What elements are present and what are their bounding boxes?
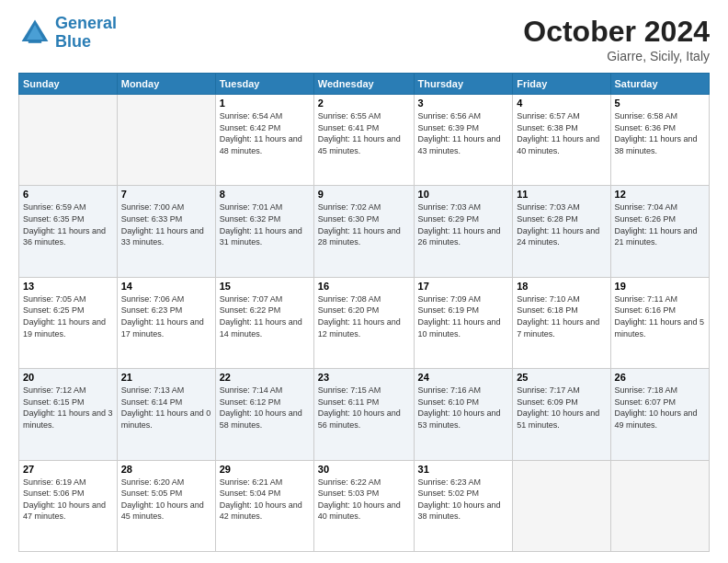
day-info: Sunrise: 7:00 AMSunset: 6:33 PMDaylight:… bbox=[121, 201, 211, 247]
day-info: Sunrise: 7:11 AMSunset: 6:16 PMDaylight:… bbox=[615, 293, 705, 339]
day-info: Sunrise: 6:20 AMSunset: 5:05 PMDaylight:… bbox=[121, 477, 211, 523]
calendar-day-cell: 26Sunrise: 7:18 AMSunset: 6:07 PMDayligh… bbox=[610, 369, 709, 460]
title-block: October 2024 Giarre, Sicily, Italy bbox=[523, 15, 710, 63]
logo-text: General Blue bbox=[55, 15, 117, 52]
day-number: 8 bbox=[220, 189, 310, 200]
calendar-day-header: Sunday bbox=[19, 74, 118, 95]
month-title: October 2024 bbox=[523, 15, 710, 49]
day-number: 20 bbox=[23, 372, 113, 383]
calendar-day-header: Monday bbox=[117, 74, 215, 95]
calendar-day-cell bbox=[117, 95, 215, 186]
day-number: 25 bbox=[517, 372, 606, 383]
calendar-day-cell: 7Sunrise: 7:00 AMSunset: 6:33 PMDaylight… bbox=[117, 186, 215, 277]
day-info: Sunrise: 6:59 AMSunset: 6:35 PMDaylight:… bbox=[23, 201, 113, 247]
calendar-day-cell: 30Sunrise: 6:22 AMSunset: 5:03 PMDayligh… bbox=[313, 460, 414, 551]
day-number: 2 bbox=[318, 98, 410, 109]
day-number: 26 bbox=[615, 372, 705, 383]
day-info: Sunrise: 6:55 AMSunset: 6:41 PMDaylight:… bbox=[318, 110, 410, 156]
day-info: Sunrise: 7:03 AMSunset: 6:28 PMDaylight:… bbox=[517, 201, 606, 247]
page: General Blue October 2024 Giarre, Sicily… bbox=[0, 0, 728, 563]
location-title: Giarre, Sicily, Italy bbox=[523, 49, 710, 63]
calendar-day-cell: 4Sunrise: 6:57 AMSunset: 6:38 PMDaylight… bbox=[513, 95, 610, 186]
day-number: 22 bbox=[220, 372, 310, 383]
header: General Blue October 2024 Giarre, Sicily… bbox=[18, 15, 710, 63]
day-info: Sunrise: 6:19 AMSunset: 5:06 PMDaylight:… bbox=[23, 477, 113, 523]
day-info: Sunrise: 7:07 AMSunset: 6:22 PMDaylight:… bbox=[220, 293, 310, 339]
day-info: Sunrise: 7:16 AMSunset: 6:10 PMDaylight:… bbox=[418, 385, 509, 431]
calendar-day-cell: 17Sunrise: 7:09 AMSunset: 6:19 PMDayligh… bbox=[414, 277, 513, 368]
day-number: 15 bbox=[220, 281, 310, 292]
day-info: Sunrise: 7:14 AMSunset: 6:12 PMDaylight:… bbox=[220, 385, 310, 431]
day-number: 28 bbox=[121, 464, 211, 475]
calendar-week-row: 6Sunrise: 6:59 AMSunset: 6:35 PMDaylight… bbox=[19, 186, 710, 277]
day-number: 1 bbox=[220, 98, 310, 109]
calendar-day-cell: 5Sunrise: 6:58 AMSunset: 6:36 PMDaylight… bbox=[610, 95, 709, 186]
calendar-day-cell: 8Sunrise: 7:01 AMSunset: 6:32 PMDaylight… bbox=[215, 186, 313, 277]
calendar-day-cell: 24Sunrise: 7:16 AMSunset: 6:10 PMDayligh… bbox=[414, 369, 513, 460]
day-info: Sunrise: 7:12 AMSunset: 6:15 PMDaylight:… bbox=[23, 385, 113, 431]
day-number: 11 bbox=[517, 189, 606, 200]
day-info: Sunrise: 7:17 AMSunset: 6:09 PMDaylight:… bbox=[517, 385, 606, 431]
day-info: Sunrise: 7:15 AMSunset: 6:11 PMDaylight:… bbox=[318, 385, 410, 431]
calendar-day-cell bbox=[19, 95, 118, 186]
logo: General Blue bbox=[18, 15, 117, 52]
day-info: Sunrise: 6:56 AMSunset: 6:39 PMDaylight:… bbox=[418, 110, 509, 156]
day-number: 4 bbox=[517, 98, 606, 109]
day-info: Sunrise: 7:04 AMSunset: 6:26 PMDaylight:… bbox=[615, 201, 705, 247]
calendar-day-cell: 10Sunrise: 7:03 AMSunset: 6:29 PMDayligh… bbox=[414, 186, 513, 277]
calendar-week-row: 1Sunrise: 6:54 AMSunset: 6:42 PMDaylight… bbox=[19, 95, 710, 186]
calendar-day-cell: 2Sunrise: 6:55 AMSunset: 6:41 PMDaylight… bbox=[313, 95, 414, 186]
calendar-header-row: SundayMondayTuesdayWednesdayThursdayFrid… bbox=[19, 74, 710, 95]
calendar-day-cell: 6Sunrise: 6:59 AMSunset: 6:35 PMDaylight… bbox=[19, 186, 118, 277]
day-number: 16 bbox=[318, 281, 410, 292]
calendar-week-row: 27Sunrise: 6:19 AMSunset: 5:06 PMDayligh… bbox=[19, 460, 710, 551]
day-info: Sunrise: 6:21 AMSunset: 5:04 PMDaylight:… bbox=[220, 477, 310, 523]
day-number: 5 bbox=[615, 98, 705, 109]
day-number: 7 bbox=[121, 189, 211, 200]
day-info: Sunrise: 6:23 AMSunset: 5:02 PMDaylight:… bbox=[418, 477, 509, 523]
day-info: Sunrise: 6:22 AMSunset: 5:03 PMDaylight:… bbox=[318, 477, 410, 523]
calendar-day-cell: 21Sunrise: 7:13 AMSunset: 6:14 PMDayligh… bbox=[117, 369, 215, 460]
calendar-day-header: Tuesday bbox=[215, 74, 313, 95]
calendar-day-header: Friday bbox=[513, 74, 610, 95]
calendar-day-cell: 16Sunrise: 7:08 AMSunset: 6:20 PMDayligh… bbox=[313, 277, 414, 368]
day-number: 10 bbox=[418, 189, 509, 200]
day-info: Sunrise: 7:01 AMSunset: 6:32 PMDaylight:… bbox=[220, 201, 310, 247]
calendar-day-cell bbox=[610, 460, 709, 551]
calendar-day-cell: 20Sunrise: 7:12 AMSunset: 6:15 PMDayligh… bbox=[19, 369, 118, 460]
day-number: 29 bbox=[220, 464, 310, 475]
calendar-day-header: Thursday bbox=[414, 74, 513, 95]
day-info: Sunrise: 6:58 AMSunset: 6:36 PMDaylight:… bbox=[615, 110, 705, 156]
day-number: 24 bbox=[418, 372, 509, 383]
calendar-day-cell: 23Sunrise: 7:15 AMSunset: 6:11 PMDayligh… bbox=[313, 369, 414, 460]
calendar-day-header: Saturday bbox=[610, 74, 709, 95]
day-number: 21 bbox=[121, 372, 211, 383]
calendar-day-cell: 18Sunrise: 7:10 AMSunset: 6:18 PMDayligh… bbox=[513, 277, 610, 368]
day-number: 18 bbox=[517, 281, 606, 292]
day-number: 14 bbox=[121, 281, 211, 292]
calendar-week-row: 20Sunrise: 7:12 AMSunset: 6:15 PMDayligh… bbox=[19, 369, 710, 460]
calendar-day-cell: 3Sunrise: 6:56 AMSunset: 6:39 PMDaylight… bbox=[414, 95, 513, 186]
calendar-day-cell: 25Sunrise: 7:17 AMSunset: 6:09 PMDayligh… bbox=[513, 369, 610, 460]
day-info: Sunrise: 6:57 AMSunset: 6:38 PMDaylight:… bbox=[517, 110, 606, 156]
logo-line1: General bbox=[55, 14, 117, 32]
day-number: 23 bbox=[318, 372, 410, 383]
day-number: 17 bbox=[418, 281, 509, 292]
calendar-day-cell: 22Sunrise: 7:14 AMSunset: 6:12 PMDayligh… bbox=[215, 369, 313, 460]
calendar-day-cell: 9Sunrise: 7:02 AMSunset: 6:30 PMDaylight… bbox=[313, 186, 414, 277]
day-info: Sunrise: 7:05 AMSunset: 6:25 PMDaylight:… bbox=[23, 293, 113, 339]
day-info: Sunrise: 7:06 AMSunset: 6:23 PMDaylight:… bbox=[121, 293, 211, 339]
calendar-day-cell: 19Sunrise: 7:11 AMSunset: 6:16 PMDayligh… bbox=[610, 277, 709, 368]
logo-icon bbox=[18, 17, 51, 50]
calendar-day-cell: 12Sunrise: 7:04 AMSunset: 6:26 PMDayligh… bbox=[610, 186, 709, 277]
day-number: 27 bbox=[23, 464, 113, 475]
day-info: Sunrise: 7:08 AMSunset: 6:20 PMDaylight:… bbox=[318, 293, 410, 339]
calendar-day-cell: 29Sunrise: 6:21 AMSunset: 5:04 PMDayligh… bbox=[215, 460, 313, 551]
day-info: Sunrise: 7:02 AMSunset: 6:30 PMDaylight:… bbox=[318, 201, 410, 247]
calendar-table: SundayMondayTuesdayWednesdayThursdayFrid… bbox=[18, 73, 710, 552]
day-info: Sunrise: 7:09 AMSunset: 6:19 PMDaylight:… bbox=[418, 293, 509, 339]
day-info: Sunrise: 7:18 AMSunset: 6:07 PMDaylight:… bbox=[615, 385, 705, 431]
calendar-day-cell: 15Sunrise: 7:07 AMSunset: 6:22 PMDayligh… bbox=[215, 277, 313, 368]
day-info: Sunrise: 7:10 AMSunset: 6:18 PMDaylight:… bbox=[517, 293, 606, 339]
day-info: Sunrise: 6:54 AMSunset: 6:42 PMDaylight:… bbox=[220, 110, 310, 156]
